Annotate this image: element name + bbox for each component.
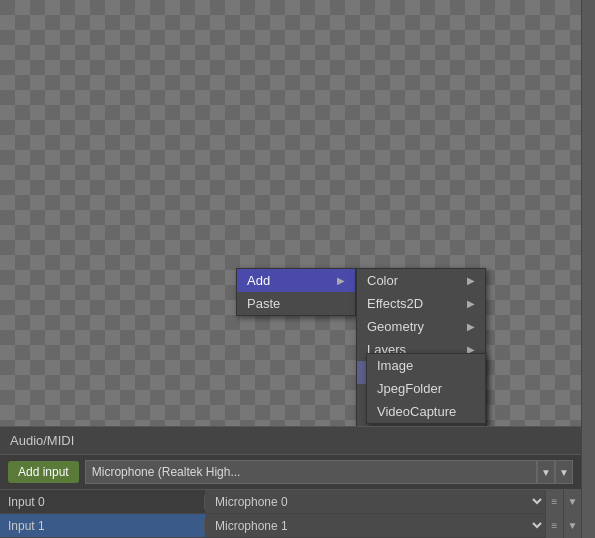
input-row-1-icons: ≡ ▼ bbox=[545, 514, 581, 538]
input-row-0-icons: ≡ ▼ bbox=[545, 490, 581, 514]
device-extra-btn[interactable]: ▼ bbox=[555, 460, 573, 484]
color-item[interactable]: Color ▶ bbox=[357, 269, 485, 292]
input-row-0-action[interactable]: ▼ bbox=[563, 490, 581, 514]
paste-menu-item[interactable]: Paste bbox=[237, 292, 355, 315]
panel-header: Audio/MIDI bbox=[0, 427, 581, 455]
bottom-panel: Audio/MIDI Add input ▼ ▼ Input 0 Microph… bbox=[0, 426, 581, 538]
media-submenu: Image JpegFolder VideoCapture bbox=[366, 353, 486, 424]
videocapture-item[interactable]: VideoCapture bbox=[367, 400, 485, 423]
device-select-wrapper: ▼ ▼ bbox=[85, 460, 573, 484]
input-row-0-label: Input 0 bbox=[0, 495, 205, 509]
geometry-arrow-icon: ▶ bbox=[467, 321, 475, 332]
device-input[interactable] bbox=[85, 460, 537, 484]
geometry-item[interactable]: Geometry ▶ bbox=[357, 315, 485, 338]
effects2d-item[interactable]: Effects2D ▶ bbox=[357, 292, 485, 315]
input-row-1-action[interactable]: ▼ bbox=[563, 514, 581, 538]
jpegfolder-item[interactable]: JpegFolder bbox=[367, 377, 485, 400]
right-scrollbar[interactable] bbox=[581, 0, 595, 538]
add-arrow-icon: ▶ bbox=[337, 275, 345, 286]
input-row-0-select[interactable]: Microphone 0 bbox=[205, 490, 545, 513]
context-menu-container: Add ▶ Paste Color ▶ Effects2D ▶ Geometry… bbox=[236, 268, 356, 316]
device-dropdown-btn[interactable]: ▼ bbox=[537, 460, 555, 484]
input-row-1-select[interactable]: Microphone 1 bbox=[205, 514, 545, 537]
input-row-0-scroll[interactable]: ≡ bbox=[545, 490, 563, 514]
input-row-0: Input 0 Microphone 0 ≡ ▼ bbox=[0, 490, 581, 514]
input-row-1-scroll[interactable]: ≡ bbox=[545, 514, 563, 538]
add-menu-item[interactable]: Add ▶ bbox=[237, 269, 355, 292]
image-item[interactable]: Image bbox=[367, 354, 485, 377]
add-input-button[interactable]: Add input bbox=[8, 461, 79, 483]
input-row-1-label: Input 1 bbox=[0, 519, 205, 533]
panel-toolbar: Add input ▼ ▼ bbox=[0, 455, 581, 490]
add-paste-menu: Add ▶ Paste bbox=[236, 268, 356, 316]
color-arrow-icon: ▶ bbox=[467, 275, 475, 286]
input-row-1: Input 1 Microphone 1 ≡ ▼ bbox=[0, 514, 581, 538]
effects2d-arrow-icon: ▶ bbox=[467, 298, 475, 309]
